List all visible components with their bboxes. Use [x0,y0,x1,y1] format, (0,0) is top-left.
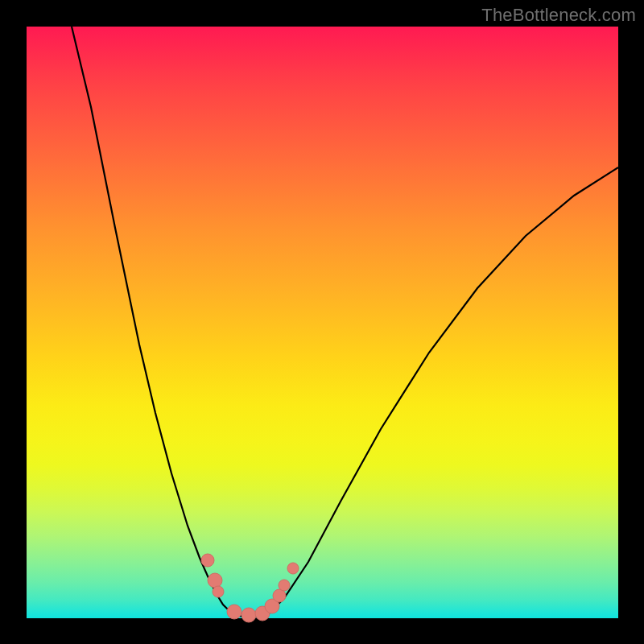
watermark-text: TheBottleneck.com [481,5,636,26]
data-marker [242,608,256,622]
plot-svg [27,27,618,618]
plot-area [27,27,618,618]
bottleneck-curve [72,27,618,617]
data-marker [208,573,222,588]
data-marker [213,586,224,597]
data-marker [279,580,290,591]
data-marker [201,554,214,567]
data-marker [287,563,299,574]
chart-frame: TheBottleneck.com [0,0,644,644]
data-marker [227,605,242,619]
